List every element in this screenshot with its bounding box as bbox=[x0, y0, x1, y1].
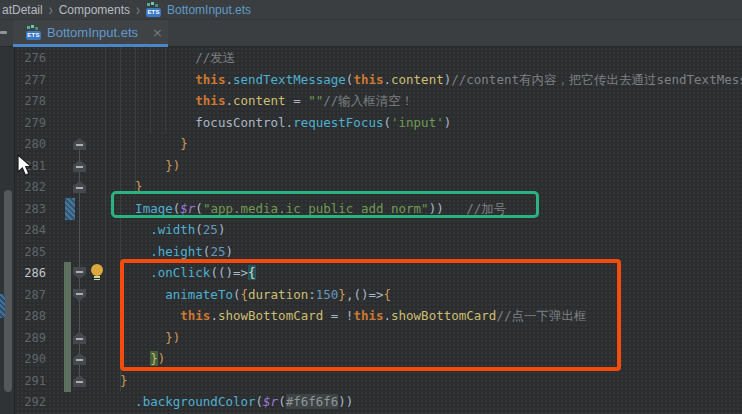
line-number[interactable]: 286 bbox=[14, 262, 46, 284]
fold-end-icon[interactable] bbox=[73, 181, 86, 193]
fold-end-icon[interactable] bbox=[73, 160, 86, 172]
code-text: .backgroundColor($r(#f6f6f6)) bbox=[105, 391, 353, 413]
tab-label: BottomInput.ets bbox=[47, 25, 138, 40]
code-text: }) bbox=[105, 155, 180, 177]
line-number[interactable]: 278 bbox=[14, 90, 46, 112]
ets-file-icon: ETS bbox=[26, 25, 41, 40]
line-number[interactable]: 277 bbox=[14, 69, 46, 91]
code-line[interactable]: 291 } bbox=[0, 370, 742, 392]
breadcrumb-separator: › bbox=[49, 0, 53, 18]
mouse-cursor bbox=[17, 154, 34, 178]
tab-close-icon[interactable]: × bbox=[152, 25, 163, 40]
code-line[interactable]: 279 focusControl.requestFocus('input') bbox=[0, 112, 742, 134]
left-scrollbar-thumb[interactable] bbox=[4, 190, 12, 392]
line-number[interactable]: 288 bbox=[14, 305, 46, 327]
line-number[interactable]: 291 bbox=[14, 370, 46, 392]
fold-collapse-icon[interactable] bbox=[73, 267, 86, 279]
vcs-added-marker bbox=[64, 348, 71, 370]
line-number[interactable]: 292 bbox=[14, 391, 46, 413]
line-number[interactable]: 280 bbox=[14, 133, 46, 155]
line-number[interactable]: 284 bbox=[14, 219, 46, 241]
vcs-added-marker bbox=[64, 284, 71, 306]
code-text: } bbox=[105, 370, 128, 392]
code-line[interactable]: 278 this.content = ""//输入框清空！ bbox=[0, 90, 742, 112]
fold-end-icon[interactable] bbox=[73, 332, 86, 344]
code-line[interactable]: 281 }) bbox=[0, 155, 742, 177]
editor-tab-bar: ETS BottomInput.ets × bbox=[0, 20, 742, 47]
code-text: //发送 bbox=[105, 47, 235, 69]
line-number[interactable]: 283 bbox=[14, 198, 46, 220]
fold-collapse-icon[interactable] bbox=[73, 289, 86, 301]
fold-end-icon[interactable] bbox=[73, 138, 86, 150]
line-number[interactable]: 282 bbox=[14, 176, 46, 198]
vcs-added-marker bbox=[64, 370, 71, 392]
fold-end-icon[interactable] bbox=[73, 353, 86, 365]
line-number[interactable]: 287 bbox=[14, 284, 46, 306]
orange-highlight-box bbox=[120, 259, 621, 371]
code-line[interactable]: 277 this.sendTextMessage(this.content)//… bbox=[0, 69, 742, 91]
code-text: this.sendTextMessage(this.content)//cont… bbox=[105, 69, 742, 91]
ide-window: atDetail › Compoments › ETS BottomInput.… bbox=[0, 0, 742, 414]
intention-lightbulb-icon[interactable] bbox=[91, 264, 104, 279]
breadcrumb-item-chatdetail[interactable]: atDetail bbox=[2, 3, 43, 17]
line-number[interactable]: 276 bbox=[14, 47, 46, 69]
left-panel-strip bbox=[0, 47, 15, 414]
breadcrumb-item-components[interactable]: Compoments bbox=[59, 3, 130, 17]
line-number[interactable]: 279 bbox=[14, 112, 46, 134]
code-line[interactable]: 284 .width(25) bbox=[0, 219, 742, 241]
ets-file-icon: ETS bbox=[146, 2, 161, 17]
breadcrumb-separator: › bbox=[136, 0, 140, 18]
code-line[interactable]: 292 .backgroundColor($r(#f6f6f6)) bbox=[0, 391, 742, 413]
line-number[interactable]: 289 bbox=[14, 327, 46, 349]
code-line[interactable]: 280 } bbox=[0, 133, 742, 155]
breadcrumb: atDetail › Compoments › ETS BottomInput.… bbox=[0, 0, 742, 20]
code-text: focusControl.requestFocus('input') bbox=[105, 112, 451, 134]
code-line[interactable]: 276 //发送 bbox=[0, 47, 742, 69]
code-text: .width(25) bbox=[105, 219, 225, 241]
panel-edge-dash bbox=[0, 31, 7, 34]
vcs-modified-marker bbox=[65, 198, 75, 220]
code-text: } bbox=[105, 133, 188, 155]
vcs-added-marker bbox=[64, 305, 71, 327]
breadcrumb-item-file[interactable]: BottomInput.ets bbox=[167, 3, 251, 17]
tab-bottominput[interactable]: ETS BottomInput.ets × bbox=[13, 20, 168, 44]
line-number[interactable]: 290 bbox=[14, 348, 46, 370]
code-text: this.content = ""//输入框清空！ bbox=[105, 90, 413, 112]
vcs-stripe-marker bbox=[0, 294, 5, 318]
vcs-added-marker bbox=[64, 327, 71, 349]
line-number[interactable]: 285 bbox=[14, 241, 46, 263]
green-highlight-box bbox=[111, 191, 539, 218]
fold-end-icon[interactable] bbox=[73, 375, 86, 387]
vcs-added-marker bbox=[64, 262, 71, 284]
